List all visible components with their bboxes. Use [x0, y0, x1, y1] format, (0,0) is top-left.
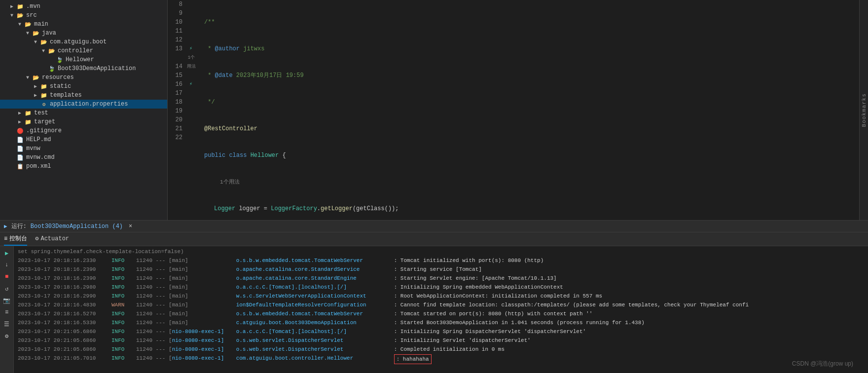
bookmarks-label: Bookmarks	[861, 93, 867, 127]
sidebar-label-mvnw-cmd: mvnw.cmd	[26, 154, 55, 161]
log-class: c.atguigu.boot.Boot303DemoApplication	[236, 319, 394, 327]
toolbar-stop[interactable]: ■	[2, 272, 12, 282]
code-line-hint: 1个用法	[204, 178, 851, 186]
log-pid: 11240 --- [	[136, 310, 172, 318]
sidebar-item-boot-app[interactable]: 🍃 Boot303DemoApplication	[0, 64, 167, 73]
log-level: INFO	[111, 336, 136, 344]
tab-actuator[interactable]: ⚙ Actuator	[35, 232, 69, 246]
sidebar-item-target[interactable]: ▶ 📁 target	[0, 117, 167, 126]
md-icon: 📄	[16, 137, 25, 143]
toolbar-settings[interactable]: ⚙	[2, 331, 12, 341]
sidebar-label-pom: pom.xml	[26, 163, 51, 170]
run-bar-appname: Boot303DemoApplication (4)	[31, 223, 123, 230]
sidebar-item-mvnw-cmd[interactable]: 📄 mvnw.cmd	[0, 153, 167, 162]
log-pid: 11240 --- [	[136, 301, 172, 309]
toolbar-camera[interactable]: 📷	[2, 296, 12, 305]
log-msg: : Initializing Spring embedded WebApplic…	[394, 283, 563, 291]
log-level: INFO	[111, 265, 136, 273]
log-pid: 11240 --- [	[136, 336, 172, 344]
sidebar-label-boot-app: Boot303DemoApplication	[58, 65, 136, 72]
run-bar-close[interactable]: ×	[129, 223, 132, 230]
log-line-8: 2023-10-17 20:18:16.5330 INFO 11240 --- …	[18, 318, 864, 327]
folder-icon-test: 📁	[24, 110, 33, 116]
sidebar-item-mvn[interactable]: ▶ 📁 .mvn	[0, 2, 167, 11]
code-lines: /** * @author jitwxs * @date 2023年10月17日…	[196, 0, 859, 220]
sidebar-item-main[interactable]: ▼ 📂 main	[0, 20, 167, 29]
sidebar-item-controller[interactable]: ▼ 📂 controller	[0, 46, 167, 55]
log-pid: 11240 --- [	[136, 319, 172, 327]
log-line-6: 2023-10-17 20:18:16.4830 WARN 11240 --- …	[18, 300, 864, 309]
log-pid: 11240 --- [	[136, 274, 172, 282]
code-line-14: Logger logger = LoggerFactory.getLogger(…	[204, 204, 851, 213]
folder-icon-src: 📂	[16, 12, 25, 19]
code-content-area: 8 9 10 11 12 13 14 15 16 17 18 19 20 21 …	[168, 0, 859, 220]
log-msg: : Tomcat initialized with port(s): 8080 …	[394, 257, 544, 264]
log-level: INFO	[111, 310, 136, 318]
log-line-4: 2023-10-17 20:18:16.2980 INFO 11240 --- …	[18, 283, 864, 292]
log-class: w.s.c.ServletWebServerApplicationContext	[236, 292, 394, 300]
log-time: 2023-10-17 20:21:05.7010	[18, 354, 111, 362]
tree-arrow-target: ▶	[16, 119, 24, 125]
toolbar-down[interactable]: ↓	[2, 260, 12, 270]
folder-icon-package: 📂	[39, 39, 48, 45]
sidebar-item-hellower[interactable]: 🍃 Hellower	[0, 55, 167, 64]
log-class: o.s.b.w.embedded.tomcat.TomcatWebServer	[236, 257, 394, 264]
log-pid: 11240 --- [	[136, 328, 172, 336]
tree-arrow-src: ▼	[8, 13, 16, 18]
sidebar-item-app-props[interactable]: ⚙ application.properties	[0, 100, 167, 109]
toolbar-lines[interactable]: ≡	[2, 307, 12, 317]
log-thread: nio-8080-exec-1]	[172, 354, 236, 362]
folder-icon: 📁	[16, 3, 25, 10]
log-thread: nio-8080-exec-1]	[172, 328, 236, 336]
log-time: 2023-10-17 20:18:16.2390	[18, 274, 111, 282]
toolbar-rerun[interactable]: ↺	[2, 284, 12, 294]
log-msg: : Initializing Servlet 'dispatcherServle…	[394, 336, 531, 344]
spring-icon-hellower: 🍃	[55, 57, 64, 63]
log-pid: 11240 --- [	[136, 265, 172, 273]
log-msg: : Started Boot303DemoApplication in 1.04…	[394, 319, 645, 327]
log-line-1: 2023-10-17 20:18:16.2330 INFO 11240 --- …	[18, 256, 864, 265]
sidebar-item-gitignore[interactable]: 🔴 .gitignore	[0, 126, 167, 135]
sidebar-item-java[interactable]: ▼ 📂 java	[0, 29, 167, 37]
log-pid: 11240 --- [	[136, 345, 172, 353]
folder-icon-static: 📁	[39, 83, 48, 90]
log-pid: 11240 --- [	[136, 283, 172, 291]
sidebar-item-templates[interactable]: ▶ 📁 templates	[0, 91, 167, 100]
run-icon: ▶	[4, 223, 7, 229]
bottom-panel: ▶ 运行: Boot303DemoApplication (4) × ≡ 控制台…	[0, 220, 868, 373]
sidebar-item-static[interactable]: ▶ 📁 static	[0, 82, 167, 91]
tree-arrow-templates: ▶	[32, 92, 39, 98]
console-label: 控制台	[9, 234, 27, 243]
toolbar-list[interactable]: ☰	[2, 319, 12, 329]
sidebar-label-src: src	[26, 12, 37, 19]
run-bar: ▶ 运行: Boot303DemoApplication (4) ×	[0, 221, 868, 232]
sidebar-item-test[interactable]: ▶ 📁 test	[0, 109, 167, 117]
sidebar-item-mvnw[interactable]: 📄 mvnw	[0, 144, 167, 153]
log-thread: main]	[172, 257, 236, 264]
sidebar-item-src[interactable]: ▼ 📂 src	[0, 11, 167, 20]
toolbar-run[interactable]: ▶	[2, 248, 12, 258]
log-class: ion$DefaultTemplateResolverConfiguration	[236, 301, 394, 309]
log-line-3: 2023-10-17 20:18:16.2390 INFO 11240 --- …	[18, 274, 864, 283]
log-time: 2023-10-17 20:18:16.2980	[18, 283, 111, 291]
log-time: 2023-10-17 20:18:16.4830	[18, 301, 111, 309]
sidebar-item-resources[interactable]: ▼ 📂 resources	[0, 73, 167, 82]
log-class: o.s.b.w.embedded.tomcat.TomcatWebServer	[236, 310, 394, 318]
tab-console[interactable]: ≡ 控制台	[4, 232, 27, 246]
sidebar-item-help-md[interactable]: 📄 HELP.md	[0, 135, 167, 144]
code-line-8: /**	[204, 18, 851, 27]
sidebar-label-mvnw: mvnw	[26, 145, 40, 152]
sidebar-label-templates: templates	[50, 92, 82, 99]
sidebar-item-pom[interactable]: 📋 pom.xml	[0, 162, 167, 171]
log-class: o.s.web.servlet.DispatcherServlet	[236, 345, 394, 353]
log-thread: nio-8080-exec-1]	[172, 345, 236, 353]
tree-arrow-controller: ▼	[39, 48, 47, 54]
log-time: 2023-10-17 20:18:16.5330	[18, 319, 111, 327]
console-output: set spring.thymeleaf.check-template-loca…	[14, 246, 868, 373]
log-class: o.s.web.servlet.DispatcherServlet	[236, 336, 394, 344]
sidebar-item-package[interactable]: ▼ 📂 com.atguigu.boot	[0, 37, 167, 46]
set-template-line: set spring.thymeleaf.check-template-loca…	[18, 247, 864, 256]
spring-icon-boot-app: 🍃	[47, 66, 56, 72]
code-line-9: * @author jitwxs	[204, 44, 851, 53]
log-level-warn: WARN	[111, 301, 136, 309]
